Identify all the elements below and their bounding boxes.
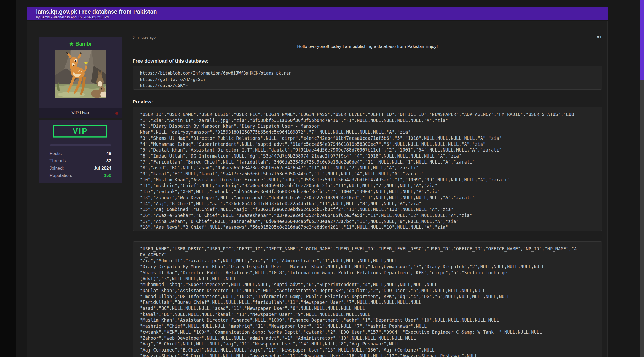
stat-label: Threads: — [49, 158, 67, 164]
thread-header: iams.kp.gov.pk Free database from Pakist… — [27, 7, 608, 20]
preview-heading: Preview: — [133, 99, 153, 105]
download-link[interactable]: https://biteblob.com/Information/6sw8iJW… — [140, 70, 602, 76]
thread-title: iams.kp.gov.pk Free database from Pakist… — [36, 8, 608, 15]
download-link[interactable]: https://qu.ax/cGKYF — [140, 82, 602, 89]
download-link[interactable]: https://gofile.io/d/FgzSci — [140, 76, 602, 83]
post-number-link[interactable]: #1 — [597, 35, 602, 39]
reputation-value[interactable]: 150 — [104, 173, 111, 178]
stat-row-posts: Posts: 49 — [39, 150, 122, 157]
user-profile-card: ★Bambi — [39, 37, 122, 183]
stat-row-joined: Joined: Jul 2024 — [39, 165, 122, 172]
username[interactable]: Bambi — [75, 41, 91, 47]
stat-value: Jul 2024 — [94, 166, 111, 171]
stat-value: 49 — [106, 151, 111, 156]
csv-preview-block-2: "USER_NAME","USER_DESIG","USER_PIC","DEP… — [133, 241, 602, 357]
stat-value: 37 — [106, 158, 111, 164]
avatar[interactable] — [55, 50, 106, 98]
thread-meta: by Bambi - Wednesday April 15, 2026 at 0… — [36, 15, 608, 19]
csv-preview-block-1: "USER_ID","USER_NAME","USER_DESIG","USER… — [133, 107, 602, 231]
stat-label: Joined: — [49, 166, 64, 171]
profile-top-section: ★Bambi — [39, 37, 122, 108]
forum-page-container: iams.kp.gov.pk Free database from Pakist… — [16, 0, 640, 357]
download-heading: Free download of this database: — [133, 58, 208, 64]
vip-badge: VIP — [53, 125, 107, 137]
download-links-box: https://biteblob.com/Information/6sw8iJW… — [133, 66, 602, 90]
scrollbar-thumb[interactable] — [640, 0, 644, 80]
post-message: Hello everyone!! today I am publishing a… — [133, 44, 602, 49]
star-icon: ★ — [69, 41, 74, 47]
post-timestamp: 6 minutes ago — [133, 35, 156, 40]
post-card: ★Bambi — [27, 21, 608, 357]
offline-status-dot — [115, 112, 118, 115]
stat-label: Posts: — [49, 151, 62, 156]
page-scrollbar[interactable] — [640, 0, 644, 357]
divider — [50, 144, 111, 146]
post-top-row: 6 minutes ago #1 — [133, 35, 602, 40]
stat-label: Reputation: — [49, 173, 72, 178]
stat-row-reputation: Reputation: 150 — [39, 172, 122, 179]
user-role: VIP User — [71, 110, 89, 115]
profile-stats-panel: VIP Posts: 49 Threads: 37 Joined: Jul 20… — [39, 120, 122, 183]
user-role-bar: VIP User — [39, 108, 122, 118]
username-row[interactable]: ★Bambi — [39, 41, 122, 47]
stat-row-threads: Threads: 37 — [39, 157, 122, 165]
